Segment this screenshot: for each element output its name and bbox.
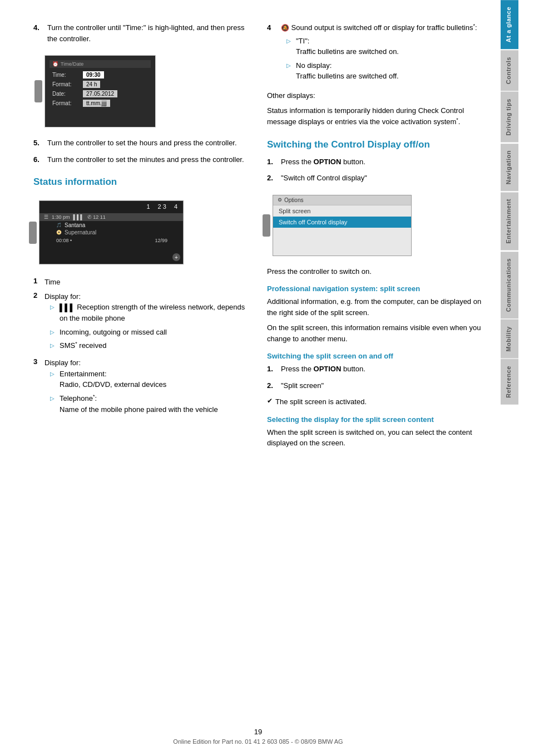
- step-text-4: Turn the controller until "Time:" is hig…: [47, 22, 250, 44]
- other-displays-section: Other displays: Status information is te…: [267, 90, 484, 127]
- step-num-5: 5.: [33, 138, 44, 149]
- list-item-2: 2 Display for: ▷ ▌▌▌ Reception strength …: [33, 291, 250, 355]
- controller-button-options: [263, 214, 270, 237]
- switch-step-num-1: 1.: [267, 156, 278, 168]
- footer-text: Online Edition for Part no. 01 41 2 603 …: [0, 738, 516, 745]
- arrow-icon-no-display: ▷: [286, 61, 293, 70]
- press-controller-text: Press the controller to switch on.: [267, 266, 484, 277]
- prof-nav-heading: Professional navigation system: split sc…: [267, 284, 484, 293]
- status-song: Santana: [65, 222, 85, 228]
- arrow-text-3-2: Telephone*:Name of the mobile phone pair…: [60, 393, 218, 415]
- arrow-item-3-1: ▷ Entertainment:Radio, CD/DVD, external …: [50, 369, 218, 390]
- options-title: ⚙ Options: [273, 195, 411, 205]
- prof-nav-text2: On the split screen, this information re…: [267, 322, 484, 344]
- switch-step-2: 2. "Switch off Control display": [267, 173, 484, 184]
- selecting-display-text: When the split screen is switched on, yo…: [267, 427, 484, 449]
- list-content-2: Display for: ▷ ▌▌▌ Reception strength of…: [44, 291, 250, 355]
- arrow-item-2-3: ▷ SMS* received: [50, 340, 250, 351]
- switch-step-text-1: Press the OPTION button.: [281, 156, 365, 168]
- page-number: 19: [0, 728, 516, 736]
- time-date-screen-wrapper: ⏰ Time/Date Time: 09:30 Format: 24 h: [33, 50, 250, 133]
- status-content: 🎵 Santana 📀 Supernatural 00:08 • 12/99: [56, 222, 167, 243]
- screen-title-bar: ⏰ Time/Date: [50, 60, 151, 68]
- status-bar: ☰ 1:30 pm ▌▌▌ ✆ 12 11: [39, 213, 183, 221]
- option-bold-2: OPTION: [314, 365, 342, 373]
- controller-button-status: [29, 222, 37, 244]
- sidebar-tab-driving-tips[interactable]: Driving tips: [501, 92, 518, 143]
- step-text-4r: 🔕 Sound output is switched off or displa…: [281, 22, 477, 85]
- status-screen: 1 2 3 4 ☰ 1:30 pm ▌▌▌ ✆ 12 11: [39, 200, 184, 264]
- status-screen-wrapper: 1 2 3 4 ☰ 1:30 pm ▌▌▌ ✆ 12 11: [33, 194, 250, 271]
- status-subtitle: Supernatural: [65, 229, 96, 235]
- split-activated-text: The split screen is activated.: [275, 396, 367, 408]
- arrow-text-2-2: Incoming, outgoing or missed call: [60, 327, 167, 338]
- option-bold-1: OPTION: [314, 158, 342, 166]
- step-text-5: Turn the controller to set the hours and…: [47, 138, 237, 149]
- checkmark-item: ✔ The split screen is activated.: [267, 396, 484, 408]
- sidebar-tab-entertainment[interactable]: Entertainment: [501, 192, 518, 250]
- sidebar-tab-communications[interactable]: Communications: [501, 252, 518, 318]
- controller-button-left: [34, 80, 42, 102]
- step-num-4: 4.: [33, 22, 44, 44]
- list-num-3: 3: [33, 357, 44, 366]
- time-date-screen: ⏰ Time/Date Time: 09:30 Format: 24 h: [44, 55, 156, 127]
- sidebar-tab-navigation[interactable]: Navigation: [501, 144, 518, 191]
- arrow-text-2-3: SMS* received: [60, 340, 106, 351]
- status-bottom: 00:08 • 12/99: [56, 238, 167, 243]
- list-label-3: Display for:: [44, 357, 218, 369]
- screen-field-date: Date: 27.05.2012: [50, 89, 151, 99]
- step-num-4r: 4: [267, 22, 278, 85]
- step-num-6: 6.: [33, 154, 44, 165]
- arrow-text-2-1: ▌▌▌ Reception strength of the wireless n…: [60, 302, 250, 324]
- list-num-2: 2: [33, 291, 44, 300]
- step-6: 6. Turn the controller to set the minute…: [33, 154, 250, 165]
- list-item-3: 3 Display for: ▷ Entertainment:Radio, CD…: [33, 357, 250, 418]
- step-4-left: 4. Turn the controller until "Time:" is …: [33, 22, 250, 44]
- sidebar-tab-controls[interactable]: Controls: [501, 50, 518, 91]
- arrow-icon-3-2: ▷: [50, 394, 57, 402]
- options-screen: ⚙ Options Split screen Switch off Contro…: [273, 195, 412, 256]
- split-step-2: 2. "Split screen": [267, 380, 484, 391]
- step-text-6: Turn the controller to set the minutes a…: [47, 154, 244, 165]
- list-label-1: Time: [44, 277, 60, 288]
- step-4-right: 4 🔕 Sound output is switched off or disp…: [267, 22, 484, 85]
- status-time-code: 00:08 •: [56, 238, 72, 243]
- status-num-2: 2 3: [158, 203, 166, 210]
- arrow-icon-ti: ▷: [286, 37, 293, 45]
- screen-field-format2: Format: tt.mm.jjjj: [50, 99, 151, 108]
- arrow-text-ti: "TI":Traffic bulletins are switched on.: [296, 36, 399, 57]
- arrow-item-2-1: ▷ ▌▌▌ Reception strength of the wireless…: [50, 302, 250, 324]
- list-item-1: 1 Time: [33, 277, 250, 288]
- sidebar-tab-at-a-glance[interactable]: At a glance: [501, 0, 518, 49]
- options-switch-off[interactable]: Switch off Control display: [273, 217, 411, 228]
- options-split-screen[interactable]: Split screen: [273, 205, 411, 217]
- other-displays-text: Status information is temporarily hidden…: [267, 105, 484, 127]
- page-footer: 19 Online Edition for Part no. 01 41 2 6…: [0, 728, 516, 745]
- right-sidebar: At a glance Controls Driving tips Naviga…: [501, 0, 518, 756]
- arrow-icon-2-1: ▷: [50, 303, 57, 311]
- screen-title: Time/Date: [61, 61, 83, 67]
- selecting-display-heading: Selecting the display for the split scre…: [267, 415, 484, 424]
- list-num-1: 1: [33, 277, 44, 285]
- split-screen-toggle-heading: Switching the split screen on and off: [267, 352, 484, 360]
- switch-step-text-2: "Switch off Control display": [281, 173, 367, 184]
- status-track: 12/99: [155, 238, 167, 243]
- status-num-4: 4: [174, 203, 177, 210]
- sidebar-tab-reference[interactable]: Reference: [501, 359, 518, 405]
- sidebar-tab-mobility[interactable]: Mobility: [501, 320, 518, 359]
- switching-control-display-heading: Switching the Control Display off/on: [267, 139, 484, 151]
- arrow-ti: ▷ "TI":Traffic bulletins are switched on…: [286, 36, 477, 57]
- switch-step-1: 1. Press the OPTION button.: [267, 156, 484, 168]
- arrow-item-2-2: ▷ Incoming, outgoing or missed call: [50, 327, 250, 338]
- arrow-icon-2-3: ▷: [50, 341, 57, 350]
- step-5: 5. Turn the controller to set the hours …: [33, 138, 250, 149]
- arrow-icon-3-1: ▷: [50, 370, 57, 378]
- arrow-icon-2-2: ▷: [50, 328, 57, 336]
- split-step-1: 1. Press the OPTION button.: [267, 364, 484, 375]
- split-step-num-1: 1.: [267, 364, 278, 375]
- status-information-heading: Status information: [33, 176, 250, 188]
- arrow-text-3-1: Entertainment:Radio, CD/DVD, external de…: [60, 369, 166, 390]
- other-displays-heading: Other displays:: [267, 90, 484, 101]
- prof-nav-text1: Additional information, e.g. from the co…: [267, 296, 484, 318]
- list-content-3: Display for: ▷ Entertainment:Radio, CD/D…: [44, 357, 218, 418]
